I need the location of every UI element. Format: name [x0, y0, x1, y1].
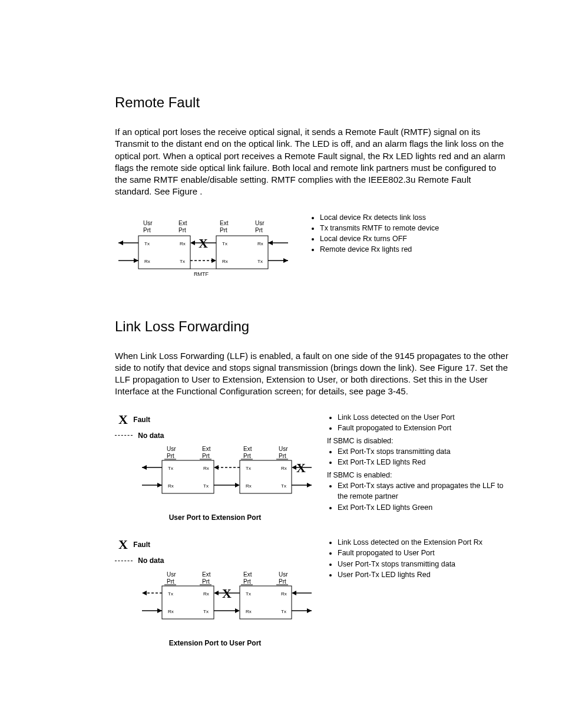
svg-text:Prt: Prt [178, 227, 186, 233]
svg-marker-23 [283, 258, 288, 263]
svg-text:Tx: Tx [246, 591, 251, 597]
svg-marker-92 [235, 608, 240, 613]
remote-fault-notes: Local device Rx detects link loss Tx tra… [309, 212, 509, 255]
svg-text:Rx: Rx [180, 241, 186, 246]
svg-text:Tx: Tx [168, 466, 173, 471]
svg-marker-60 [292, 465, 296, 470]
svg-text:Tx: Tx [144, 241, 150, 246]
svg-text:Prt: Prt [243, 578, 251, 585]
svg-text:Ext: Ext [202, 571, 211, 578]
svg-text:Prt: Prt [202, 578, 210, 585]
fault-x-icon: X [115, 412, 131, 427]
group-label: If SBMC is enabled: [327, 470, 509, 480]
svg-text:Rx: Rx [144, 259, 150, 264]
svg-text:Prt: Prt [243, 453, 251, 459]
svg-text:Rx: Rx [168, 483, 174, 489]
svg-marker-58 [235, 483, 240, 487]
llf-diagram-b: X Fault No data UsrPrt ExtPrt ExtPrt Usr… [115, 537, 315, 660]
llf-diagram-a: X Fault No data UsrPrt ExtPrt ExtPrt Usr… [115, 412, 315, 535]
rmtf-svg: Usr Prt Ext Prt Ext Prt Usr Prt Tx Rx Rx… [115, 212, 292, 295]
list-item: Tx transmits RMTF to remote device [320, 223, 509, 233]
list-item: Ext Port-Tx LED lights Red [338, 457, 509, 467]
svg-text:Rx: Rx [222, 259, 228, 264]
legend-nodata: No data [115, 431, 315, 440]
svg-marker-21 [268, 241, 273, 245]
llf-notes-a: Link Loss detected on the User Port Faul… [327, 412, 509, 513]
label-usr-prt: Usr [143, 220, 153, 226]
llf-notes-b: Link Loss detected on the Extension Port… [327, 537, 509, 580]
paragraph-llf: When Link Loss Forwarding (LLF) is enabl… [115, 350, 509, 398]
label-ext-prt: Ext [178, 220, 187, 226]
caption-a: User Port to Extension Port [115, 513, 315, 522]
list-item: Local device Rx turns OFF [320, 233, 509, 244]
svg-text:Usr: Usr [279, 571, 288, 578]
legend-fault: X Fault [115, 412, 315, 427]
list-item: User Port-Tx stops transmitting data [338, 559, 509, 569]
svg-text:Prt: Prt [220, 227, 227, 233]
svg-text:Rx: Rx [281, 591, 287, 597]
svg-marker-19 [134, 258, 138, 263]
svg-text:Usr: Usr [255, 220, 265, 226]
fault-x-icon: X [222, 586, 232, 601]
svg-text:Prt: Prt [279, 578, 286, 585]
svg-text:Tx: Tx [281, 609, 286, 614]
svg-text:Rx: Rx [203, 591, 209, 597]
llf-row-b: X Fault No data UsrPrt ExtPrt ExtPrt Usr… [115, 537, 509, 660]
svg-marker-52 [142, 465, 147, 470]
svg-text:Prt: Prt [167, 578, 174, 585]
svg-text:Tx: Tx [180, 259, 185, 264]
llf-a-svg: UsrPrt ExtPrt ExtPrt UsrPrt TxRx RxTx Tx… [115, 443, 315, 508]
nodata-dash-icon [115, 435, 133, 436]
list-item: Fault propogated to User Port [338, 548, 509, 558]
svg-marker-90 [214, 591, 219, 595]
list-item: Link Loss detected on the Extension Port… [338, 537, 509, 548]
svg-marker-56 [214, 465, 219, 470]
svg-marker-25 [190, 241, 195, 245]
svg-text:Tx: Tx [222, 241, 227, 246]
svg-text:Usr: Usr [279, 446, 288, 452]
llf-b-svg: UsrPrt ExtPrt ExtPrt UsrPrt TxRx RxTx Tx… [115, 568, 315, 633]
list-item: Local device Rx detects link loss [320, 212, 509, 223]
list-item: Ext Port-Tx stops transmitting data [338, 446, 509, 457]
svg-text:Prt: Prt [167, 453, 174, 459]
svg-text:Rx: Rx [257, 241, 263, 246]
svg-text:Prt: Prt [202, 453, 210, 459]
legend-nodata: No data [115, 556, 315, 565]
svg-text:Ext: Ext [243, 446, 252, 452]
svg-text:Prt: Prt [143, 227, 151, 233]
list-item: Ext Port-Tx stays active and propagates … [338, 480, 509, 502]
svg-text:Prt: Prt [279, 453, 286, 459]
svg-text:Ext: Ext [243, 571, 252, 578]
svg-text:Tx: Tx [168, 591, 173, 597]
svg-marker-62 [307, 483, 312, 487]
svg-text:Usr: Usr [167, 446, 176, 452]
svg-text:Tx: Tx [203, 483, 209, 489]
list-item: User Port-Tx LED lights Red [338, 569, 509, 580]
caption-b: Extension Port to User Port [115, 639, 315, 647]
list-item: Link Loss detected on the User Port [338, 412, 509, 423]
remote-fault-row: Usr Prt Ext Prt Ext Prt Usr Prt Tx Rx Rx… [115, 212, 509, 295]
svg-text:Tx: Tx [203, 609, 209, 614]
list-item: Remote device Rx lights red [320, 244, 509, 255]
legend-fault: X Fault [115, 537, 315, 552]
svg-text:Tx: Tx [281, 483, 286, 489]
remote-fault-diagram: Usr Prt Ext Prt Ext Prt Usr Prt Tx Rx Rx… [115, 212, 292, 295]
svg-text:Ext: Ext [220, 220, 229, 226]
svg-text:Tx: Tx [246, 466, 251, 471]
page: Remote Fault If an optical port loses th… [0, 0, 562, 728]
svg-marker-27 [211, 258, 216, 263]
svg-text:Rx: Rx [246, 609, 252, 614]
llf-row-a: X Fault No data UsrPrt ExtPrt ExtPrt Usr… [115, 412, 509, 535]
svg-text:Usr: Usr [167, 571, 176, 578]
svg-text:Ext: Ext [202, 446, 211, 452]
group-label: If SBMC is disabled: [327, 436, 509, 446]
svg-marker-94 [292, 591, 296, 595]
svg-text:Rx: Rx [168, 609, 174, 614]
svg-marker-96 [307, 608, 312, 613]
fault-x-icon: X [115, 537, 131, 552]
heading-remote-fault: Remote Fault [115, 94, 509, 111]
svg-marker-17 [118, 241, 123, 245]
list-item: Fault propogated to Extension Port [338, 423, 509, 433]
svg-text:Rx: Rx [203, 466, 209, 471]
svg-text:Prt: Prt [255, 227, 263, 233]
